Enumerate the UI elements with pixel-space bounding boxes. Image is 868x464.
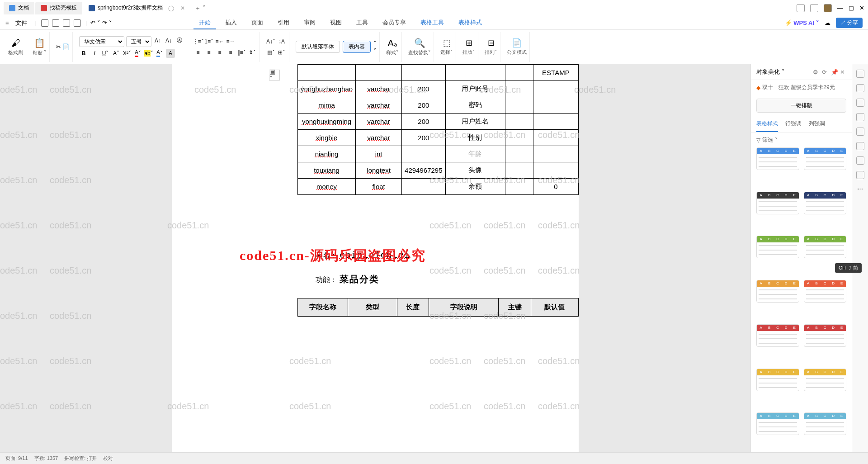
- win-profile[interactable]: [824, 4, 832, 12]
- underline-icon[interactable]: U˅: [101, 49, 110, 58]
- maximize-icon[interactable]: ▢: [849, 5, 854, 11]
- tab-template[interactable]: 找稿壳模板: [35, 2, 82, 14]
- style-card[interactable]: ABCDE: [756, 280, 799, 303]
- rb-icon-8[interactable]: [856, 171, 864, 179]
- format-brush-icon[interactable]: 🖌: [11, 38, 20, 48]
- text-dir-icon[interactable]: A↓˅: [266, 37, 275, 46]
- copy-icon[interactable]: 📄: [62, 43, 70, 50]
- wps-ai[interactable]: ⚡ WPS AI ˅: [785, 19, 819, 26]
- style-card[interactable]: ABCDE: [756, 369, 799, 391]
- align-center-icon[interactable]: ≡: [204, 48, 213, 57]
- style-card[interactable]: ABCDE: [804, 324, 847, 347]
- paste-icon[interactable]: 📋: [34, 38, 45, 48]
- align-right-icon[interactable]: ≡: [215, 48, 224, 57]
- menu-tab-review[interactable]: 审阅: [298, 17, 321, 29]
- menu-tab-insert[interactable]: 插入: [220, 17, 242, 29]
- font-size-select[interactable]: 五号: [126, 36, 151, 47]
- menu-tab-view[interactable]: 视图: [325, 17, 347, 29]
- rb-icon-2[interactable]: [856, 84, 864, 92]
- style-card[interactable]: ABCDE: [756, 236, 799, 258]
- superscript-icon[interactable]: X²˅: [123, 49, 132, 58]
- shading-icon[interactable]: ▦˅: [266, 48, 275, 57]
- cloud-icon[interactable]: ☁: [825, 19, 830, 26]
- tab-doc[interactable]: 文档: [4, 2, 34, 14]
- data-table-2[interactable]: 字段名称类型长度字段说明主键默认值: [297, 298, 579, 317]
- indent-dec-icon[interactable]: ≡←: [215, 37, 224, 46]
- tab-active[interactable]: springboot9r2r3数据库文档◯✕: [83, 2, 190, 14]
- spacing-icon[interactable]: ⇕˅: [248, 48, 257, 57]
- style-up-icon[interactable]: ˄: [373, 40, 377, 47]
- preview-icon[interactable]: [63, 19, 70, 27]
- menu-tab-tabletools[interactable]: 表格工具: [415, 17, 449, 29]
- menu-file[interactable]: 文件: [11, 17, 32, 29]
- menu-tab-ref[interactable]: 引用: [272, 17, 295, 29]
- side-tab-col[interactable]: 列强调: [809, 116, 825, 132]
- font-color-icon[interactable]: A˅: [133, 49, 142, 58]
- strikethrough-icon[interactable]: A˅: [112, 49, 121, 58]
- menu-tab-tools[interactable]: 工具: [351, 17, 373, 29]
- style-card[interactable]: ABCDE: [804, 280, 847, 303]
- para-content[interactable]: 表内容: [343, 41, 371, 53]
- shrink-font-icon[interactable]: A↓: [164, 36, 173, 45]
- undo-icon[interactable]: ↶ ˅: [90, 19, 100, 26]
- rb-icon-1[interactable]: [856, 70, 864, 78]
- menu-tab-page[interactable]: 页面: [246, 17, 269, 29]
- style-down-icon[interactable]: ˅: [373, 47, 377, 54]
- auto-layout-button[interactable]: 一键排版: [756, 99, 846, 113]
- highlight-icon[interactable]: ab˅: [144, 49, 153, 58]
- para-default[interactable]: 默认段落字体: [296, 41, 340, 53]
- side-tab-tablestyle[interactable]: 表格样式: [756, 116, 778, 132]
- menu-hamburger-icon[interactable]: ≡: [5, 19, 9, 26]
- win-btn1[interactable]: [797, 4, 805, 12]
- rb-icon-4[interactable]: [856, 113, 864, 121]
- style-card[interactable]: ABCDE: [756, 192, 799, 214]
- filter-row[interactable]: ▽筛选 ˅: [751, 133, 852, 147]
- menu-tab-tablestyle[interactable]: 表格样式: [453, 17, 487, 29]
- style-card[interactable]: ABCDE: [756, 147, 799, 170]
- style-card[interactable]: ABCDE: [804, 412, 847, 435]
- rb-icon-6[interactable]: [856, 142, 864, 150]
- italic-icon[interactable]: I: [90, 49, 99, 58]
- font-name-select[interactable]: 华文仿宋: [79, 36, 124, 47]
- redo-icon[interactable]: ↷ ˅: [102, 19, 112, 26]
- rb-more-icon[interactable]: ⋯: [857, 185, 863, 192]
- style-card[interactable]: ABCDE: [756, 412, 799, 435]
- list-number-icon[interactable]: 1≡˅: [204, 37, 213, 46]
- list-bullet-icon[interactable]: ⋮≡˅: [193, 37, 203, 46]
- sidebar-refresh-icon[interactable]: ⟳: [822, 69, 828, 75]
- layouth-icon[interactable]: ⊟: [488, 38, 495, 48]
- sidebar-pin-icon[interactable]: 📌: [831, 69, 837, 75]
- layoutv-icon[interactable]: ⊞: [466, 38, 472, 48]
- align-justify-icon[interactable]: ≡: [226, 48, 235, 57]
- grow-font-icon[interactable]: A↑: [153, 36, 162, 45]
- clear-format-icon[interactable]: Ⓐ: [175, 36, 184, 45]
- official-icon[interactable]: 📄: [512, 38, 522, 48]
- bold-icon[interactable]: B: [79, 49, 88, 58]
- canvas[interactable]: ▣ ˅ ESTAMPyonghuzhanghaovarchar200用户账号mi…: [0, 64, 750, 452]
- rb-icon-5[interactable]: [856, 128, 864, 136]
- print-icon[interactable]: [52, 19, 59, 27]
- tool-icon[interactable]: [74, 19, 81, 27]
- menu-tab-member[interactable]: 会员专享: [377, 17, 411, 29]
- status-spell[interactable]: 拼写检查: 打开: [64, 455, 97, 462]
- data-table-1[interactable]: ESTAMPyonghuzhanghaovarchar200用户账号mimava…: [297, 64, 579, 195]
- side-tab-row[interactable]: 行强调: [785, 116, 802, 132]
- line-spacing-icon[interactable]: ‖≡˅: [237, 48, 246, 57]
- style-card[interactable]: ABCDE: [804, 369, 847, 391]
- search-icon[interactable]: 🔍: [414, 38, 425, 48]
- win-btn2[interactable]: [810, 4, 818, 12]
- close-window-icon[interactable]: ✕: [859, 5, 864, 11]
- sidebar-setting-icon[interactable]: ⚙: [813, 69, 819, 75]
- rb-icon-3[interactable]: [856, 99, 864, 107]
- indent-inc-icon[interactable]: ≡→: [226, 37, 235, 46]
- status-proof[interactable]: 校对: [103, 455, 113, 462]
- close-icon[interactable]: ✕: [180, 5, 185, 11]
- status-page[interactable]: 页面: 9/11: [5, 455, 28, 462]
- select-icon[interactable]: ⬚: [443, 38, 451, 48]
- save-icon[interactable]: [41, 19, 48, 27]
- menu-tab-start[interactable]: 开始: [193, 17, 216, 29]
- border-icon[interactable]: ⊞˅: [277, 48, 286, 57]
- share-button[interactable]: ↗ 分享: [836, 18, 863, 28]
- rb-icon-7[interactable]: [856, 156, 864, 165]
- cut-icon[interactable]: ✂: [56, 43, 61, 50]
